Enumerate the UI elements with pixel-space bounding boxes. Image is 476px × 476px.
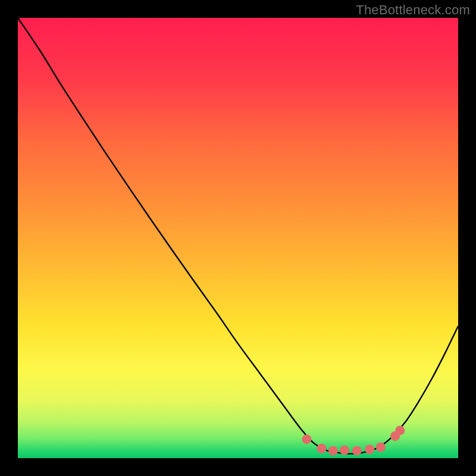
trough-marker (395, 425, 405, 435)
trough-marker (365, 444, 374, 454)
chart-container: { "attribution": "TheBottleneck.com", "g… (0, 0, 476, 476)
trough-marker (376, 443, 386, 452)
trough-marker (328, 446, 338, 455)
trough-marker (352, 446, 362, 455)
trough-marker (317, 444, 327, 453)
chart-svg (0, 0, 476, 476)
trough-marker (302, 434, 311, 444)
gradient-plot-area (18, 18, 458, 458)
trough-marker (340, 446, 349, 455)
